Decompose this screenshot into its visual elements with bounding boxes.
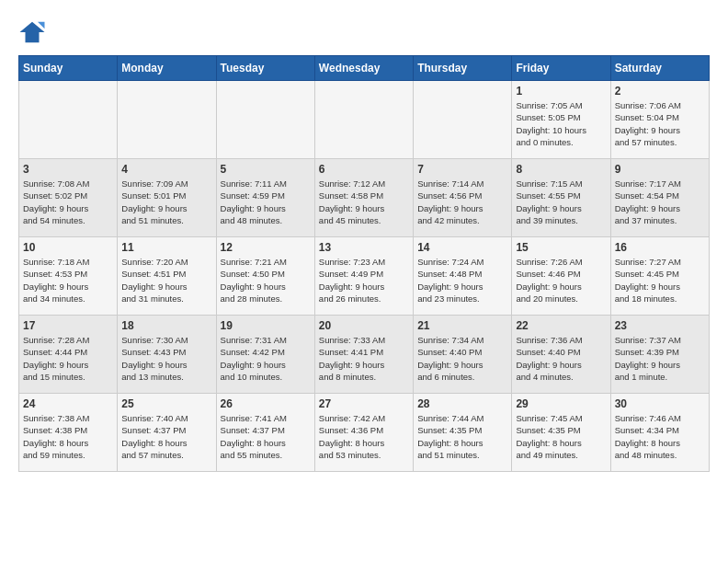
calendar-cell: 8Sunrise: 7:15 AM Sunset: 4:55 PM Daylig… — [512, 159, 610, 237]
calendar-cell: 24Sunrise: 7:38 AM Sunset: 4:38 PM Dayli… — [19, 394, 118, 472]
calendar-cell — [19, 81, 118, 159]
day-number: 14 — [417, 241, 507, 254]
day-info: Sunrise: 7:30 AM Sunset: 4:43 PM Dayligh… — [121, 334, 211, 383]
day-info: Sunrise: 7:36 AM Sunset: 4:40 PM Dayligh… — [516, 334, 606, 383]
header-wednesday: Wednesday — [314, 56, 413, 81]
calendar-cell: 18Sunrise: 7:30 AM Sunset: 4:43 PM Dayli… — [118, 316, 216, 394]
day-info: Sunrise: 7:28 AM Sunset: 4:44 PM Dayligh… — [23, 334, 113, 383]
calendar-table: SundayMondayTuesdayWednesdayThursdayFrid… — [18, 55, 710, 472]
day-info: Sunrise: 7:45 AM Sunset: 4:35 PM Dayligh… — [516, 412, 606, 461]
calendar-cell: 16Sunrise: 7:27 AM Sunset: 4:45 PM Dayli… — [610, 237, 709, 316]
calendar-cell: 14Sunrise: 7:24 AM Sunset: 4:48 PM Dayli… — [414, 237, 512, 316]
calendar-cell: 2Sunrise: 7:06 AM Sunset: 5:04 PM Daylig… — [610, 81, 709, 159]
day-info: Sunrise: 7:11 AM Sunset: 4:59 PM Dayligh… — [221, 178, 311, 226]
day-number: 30 — [615, 397, 705, 410]
day-number: 11 — [121, 241, 211, 254]
day-info: Sunrise: 7:41 AM Sunset: 4:37 PM Dayligh… — [221, 412, 311, 461]
day-number: 22 — [516, 319, 606, 332]
calendar-cell: 13Sunrise: 7:23 AM Sunset: 4:49 PM Dayli… — [314, 237, 413, 316]
logo-icon — [18, 18, 46, 46]
header-monday: Monday — [118, 56, 216, 81]
header-tuesday: Tuesday — [216, 56, 314, 81]
day-number: 13 — [319, 241, 409, 254]
day-info: Sunrise: 7:34 AM Sunset: 4:40 PM Dayligh… — [417, 334, 507, 383]
day-info: Sunrise: 7:18 AM Sunset: 4:53 PM Dayligh… — [23, 256, 113, 304]
day-number: 1 — [516, 85, 606, 98]
day-info: Sunrise: 7:17 AM Sunset: 4:54 PM Dayligh… — [615, 178, 705, 226]
day-number: 23 — [615, 319, 705, 332]
calendar-cell: 19Sunrise: 7:31 AM Sunset: 4:42 PM Dayli… — [216, 316, 314, 394]
calendar-cell: 22Sunrise: 7:36 AM Sunset: 4:40 PM Dayli… — [512, 316, 610, 394]
calendar-cell: 6Sunrise: 7:12 AM Sunset: 4:58 PM Daylig… — [314, 159, 413, 237]
day-number: 27 — [319, 397, 409, 410]
day-info: Sunrise: 7:24 AM Sunset: 4:48 PM Dayligh… — [417, 256, 507, 304]
day-number: 2 — [615, 85, 705, 98]
day-number: 18 — [121, 319, 211, 332]
day-info: Sunrise: 7:14 AM Sunset: 4:56 PM Dayligh… — [417, 178, 507, 226]
calendar-cell: 21Sunrise: 7:34 AM Sunset: 4:40 PM Dayli… — [414, 316, 512, 394]
calendar-week-4: 17Sunrise: 7:28 AM Sunset: 4:44 PM Dayli… — [19, 316, 710, 394]
calendar-cell — [216, 81, 314, 159]
header-friday: Friday — [512, 56, 610, 81]
day-number: 20 — [319, 319, 409, 332]
day-number: 10 — [23, 241, 113, 254]
calendar-week-2: 3Sunrise: 7:08 AM Sunset: 5:02 PM Daylig… — [19, 159, 710, 237]
day-info: Sunrise: 7:46 AM Sunset: 4:34 PM Dayligh… — [615, 412, 705, 461]
calendar-cell: 3Sunrise: 7:08 AM Sunset: 5:02 PM Daylig… — [19, 159, 118, 237]
day-info: Sunrise: 7:21 AM Sunset: 4:50 PM Dayligh… — [221, 256, 311, 304]
day-number: 7 — [417, 163, 507, 176]
calendar-cell: 30Sunrise: 7:46 AM Sunset: 4:34 PM Dayli… — [610, 394, 709, 472]
day-info: Sunrise: 7:33 AM Sunset: 4:41 PM Dayligh… — [319, 334, 409, 383]
day-number: 8 — [516, 163, 606, 176]
calendar-header-row: SundayMondayTuesdayWednesdayThursdayFrid… — [19, 56, 710, 81]
calendar-cell: 15Sunrise: 7:26 AM Sunset: 4:46 PM Dayli… — [512, 237, 610, 316]
calendar-cell: 26Sunrise: 7:41 AM Sunset: 4:37 PM Dayli… — [216, 394, 314, 472]
day-number: 17 — [23, 319, 113, 332]
day-info: Sunrise: 7:37 AM Sunset: 4:39 PM Dayligh… — [615, 334, 705, 383]
day-info: Sunrise: 7:20 AM Sunset: 4:51 PM Dayligh… — [121, 256, 211, 304]
calendar-week-1: 1Sunrise: 7:05 AM Sunset: 5:05 PM Daylig… — [19, 81, 710, 159]
day-number: 12 — [221, 241, 311, 254]
calendar-cell: 23Sunrise: 7:37 AM Sunset: 4:39 PM Dayli… — [610, 316, 709, 394]
day-number: 5 — [221, 163, 311, 176]
day-number: 29 — [516, 397, 606, 410]
day-info: Sunrise: 7:38 AM Sunset: 4:38 PM Dayligh… — [23, 412, 113, 461]
day-info: Sunrise: 7:05 AM Sunset: 5:05 PM Dayligh… — [516, 99, 606, 148]
day-info: Sunrise: 7:09 AM Sunset: 5:01 PM Dayligh… — [121, 178, 211, 226]
day-number: 16 — [615, 241, 705, 254]
header-sunday: Sunday — [19, 56, 118, 81]
calendar-cell: 4Sunrise: 7:09 AM Sunset: 5:01 PM Daylig… — [118, 159, 216, 237]
day-number: 24 — [23, 397, 113, 410]
day-number: 19 — [221, 319, 311, 332]
day-number: 6 — [319, 163, 409, 176]
header-saturday: Saturday — [610, 56, 709, 81]
day-number: 3 — [23, 163, 113, 176]
calendar-cell: 1Sunrise: 7:05 AM Sunset: 5:05 PM Daylig… — [512, 81, 610, 159]
day-info: Sunrise: 7:23 AM Sunset: 4:49 PM Dayligh… — [319, 256, 409, 304]
day-number: 26 — [221, 397, 311, 410]
day-info: Sunrise: 7:40 AM Sunset: 4:37 PM Dayligh… — [121, 412, 211, 461]
calendar-cell: 20Sunrise: 7:33 AM Sunset: 4:41 PM Dayli… — [314, 316, 413, 394]
day-info: Sunrise: 7:08 AM Sunset: 5:02 PM Dayligh… — [23, 178, 113, 226]
day-number: 9 — [615, 163, 705, 176]
day-info: Sunrise: 7:12 AM Sunset: 4:58 PM Dayligh… — [319, 178, 409, 226]
calendar-cell: 28Sunrise: 7:44 AM Sunset: 4:35 PM Dayli… — [414, 394, 512, 472]
calendar-cell: 11Sunrise: 7:20 AM Sunset: 4:51 PM Dayli… — [118, 237, 216, 316]
calendar-cell: 5Sunrise: 7:11 AM Sunset: 4:59 PM Daylig… — [216, 159, 314, 237]
calendar-cell: 7Sunrise: 7:14 AM Sunset: 4:56 PM Daylig… — [414, 159, 512, 237]
day-info: Sunrise: 7:31 AM Sunset: 4:42 PM Dayligh… — [221, 334, 311, 383]
day-number: 28 — [417, 397, 507, 410]
calendar-week-5: 24Sunrise: 7:38 AM Sunset: 4:38 PM Dayli… — [19, 394, 710, 472]
day-info: Sunrise: 7:27 AM Sunset: 4:45 PM Dayligh… — [615, 256, 705, 304]
calendar-week-3: 10Sunrise: 7:18 AM Sunset: 4:53 PM Dayli… — [19, 237, 710, 316]
day-number: 15 — [516, 241, 606, 254]
day-info: Sunrise: 7:15 AM Sunset: 4:55 PM Dayligh… — [516, 178, 606, 226]
day-info: Sunrise: 7:26 AM Sunset: 4:46 PM Dayligh… — [516, 256, 606, 304]
day-info: Sunrise: 7:42 AM Sunset: 4:36 PM Dayligh… — [319, 412, 409, 461]
day-info: Sunrise: 7:06 AM Sunset: 5:04 PM Dayligh… — [615, 99, 705, 148]
calendar-cell: 27Sunrise: 7:42 AM Sunset: 4:36 PM Dayli… — [314, 394, 413, 472]
calendar-cell: 9Sunrise: 7:17 AM Sunset: 4:54 PM Daylig… — [610, 159, 709, 237]
day-number: 4 — [121, 163, 211, 176]
calendar-cell: 25Sunrise: 7:40 AM Sunset: 4:37 PM Dayli… — [118, 394, 216, 472]
calendar-cell — [314, 81, 413, 159]
